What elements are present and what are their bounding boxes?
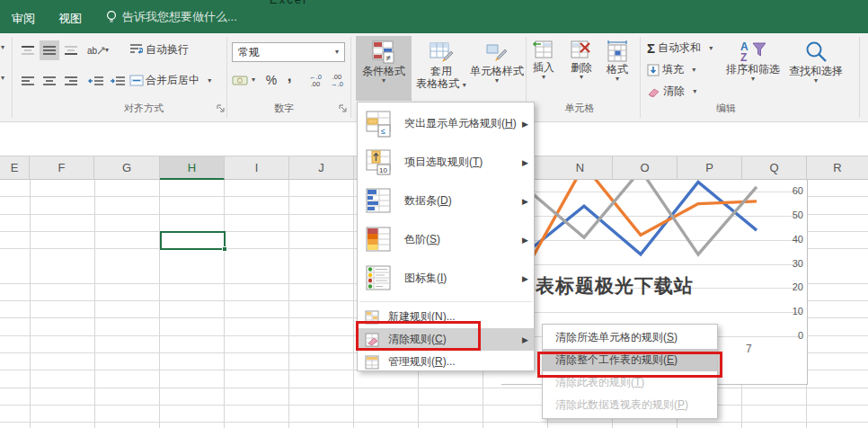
- percent-style-button[interactable]: %: [262, 71, 280, 89]
- align-middle-button[interactable]: [40, 40, 59, 60]
- menu-item-data-bars[interactable]: 数据条(D) ▶: [358, 182, 534, 220]
- column-header-R[interactable]: R: [807, 156, 868, 180]
- chart-y-tick: 20: [776, 281, 803, 292]
- group-label-editing: 编辑: [681, 102, 771, 116]
- svg-text:≤: ≤: [381, 127, 385, 136]
- group-label-cells: 单元格: [535, 102, 624, 116]
- cutoff-dropdown-caret[interactable]: ▾: [0, 42, 7, 53]
- column-header-O[interactable]: O: [613, 156, 678, 180]
- clear-button[interactable]: 清除 ▾: [647, 84, 696, 99]
- sort-filter-button[interactable]: AZ 排序和筛选 ▾: [724, 36, 782, 101]
- excel-window: Excel 审阅 视图 告诉我您想要做什么... ▾ ▾ ab▾ 自动换行 合并…: [0, 0, 868, 428]
- fill-button[interactable]: 填充 ▾: [647, 62, 695, 77]
- selected-cell[interactable]: [160, 231, 226, 250]
- accounting-format-button[interactable]: ▾: [232, 74, 255, 86]
- color-scales-icon: [365, 226, 394, 254]
- submenu-arrow-icon: ▶: [522, 274, 528, 283]
- menu-item-highlight-cells-rules[interactable]: ≤ 突出显示单元格规则(H) ▶: [358, 104, 534, 143]
- submenu-arrow-icon: ▶: [522, 120, 528, 129]
- chart-y-tick: 30: [776, 258, 803, 269]
- icon-sets-icon: [365, 264, 394, 293]
- group-separator: [350, 37, 351, 118]
- tab-review[interactable]: 审阅: [4, 7, 43, 31]
- merge-center-icon: [129, 75, 144, 86]
- chart-y-tick: 60: [776, 185, 803, 196]
- eraser-icon: [647, 86, 660, 97]
- format-cells-icon: [606, 40, 629, 63]
- sort-filter-icon: AZ: [739, 40, 767, 63]
- insert-cells-button[interactable]: 插入 ▾: [527, 36, 561, 101]
- menu-item-top-bottom-rules[interactable]: 10 项目选取规则(T) ▶: [358, 143, 534, 182]
- increase-decimal-button[interactable]: ←.0.00: [306, 71, 325, 91]
- cell-styles-icon: [484, 40, 509, 65]
- fill-icon: [647, 64, 660, 76]
- delete-cells-icon: [570, 40, 593, 61]
- submenu-arrow-icon: ▶: [522, 335, 528, 344]
- chart-y-tick: 40: [776, 234, 803, 245]
- lightbulb-icon: [105, 10, 118, 24]
- format-as-table-icon: [429, 40, 454, 65]
- number-dialog-launcher[interactable]: [338, 103, 349, 114]
- menu-item-icon-sets[interactable]: 图标集(I) ▶: [358, 259, 534, 298]
- align-top-button[interactable]: [18, 40, 38, 60]
- group-separator: [226, 37, 227, 118]
- menu-separator: [359, 301, 532, 302]
- column-header-J[interactable]: J: [289, 156, 354, 180]
- menu-item-color-scales[interactable]: 色阶(S) ▶: [358, 220, 534, 259]
- highlight-cells-rules-icon: ≤: [365, 110, 394, 138]
- merge-center-button[interactable]: 合并后居中 ▾: [146, 73, 211, 88]
- svg-text:≠: ≠: [386, 53, 392, 63]
- increase-indent-button[interactable]: [108, 71, 128, 91]
- align-center-button[interactable]: [40, 71, 59, 91]
- comma-style-button[interactable]: ,: [282, 67, 297, 85]
- submenu-arrow-icon: ▶: [522, 236, 528, 245]
- autosum-button[interactable]: Σ 自动求和 ▾: [647, 40, 713, 56]
- data-bars-icon: [365, 187, 394, 216]
- column-header-E[interactable]: E: [0, 156, 30, 180]
- tell-me-box[interactable]: 告诉我您想要做什么...: [122, 9, 237, 25]
- cutoff-dropdown-caret[interactable]: ▾: [0, 73, 7, 84]
- menu-item-manage-rules[interactable]: 管理规则(R)...: [358, 351, 534, 373]
- fill-handle[interactable]: [222, 246, 227, 252]
- submenu-arrow-icon: ▶: [522, 197, 528, 206]
- manage-rules-icon: [365, 355, 379, 370]
- conditional-formatting-icon: ≠: [371, 40, 396, 65]
- format-cells-button[interactable]: 格式 ▾: [600, 36, 634, 101]
- tab-view[interactable]: 视图: [50, 7, 90, 31]
- group-separator: [859, 37, 860, 118]
- find-select-button[interactable]: 查找和选择 ▾: [784, 36, 848, 101]
- decrease-indent-button[interactable]: [86, 71, 106, 91]
- title-bar: Excel 审阅 视图 告诉我您想要做什么...: [0, 0, 868, 33]
- orientation-button[interactable]: ab▾: [86, 40, 110, 60]
- format-as-table-button[interactable]: 套用 表格格式 ▾: [415, 36, 467, 101]
- number-format-combobox[interactable]: 常规 ▾: [232, 42, 345, 62]
- chart-title: 表标题极光下载站: [536, 273, 694, 299]
- series-blue: [530, 182, 757, 254]
- delete-cells-button[interactable]: 删除 ▾: [564, 36, 598, 101]
- column-header-G[interactable]: G: [94, 156, 160, 180]
- decrease-decimal-button[interactable]: .00→.0: [327, 71, 347, 91]
- chart-y-tick: 0: [776, 330, 803, 341]
- conditional-formatting-button[interactable]: ≠ 条件格式 ▾: [356, 36, 412, 101]
- column-header-I[interactable]: I: [225, 156, 289, 180]
- column-header-F[interactable]: F: [30, 156, 94, 180]
- cell-styles-button[interactable]: 单元格样式 ▾: [469, 36, 525, 101]
- annotation-box-clear-entire-sheet: [537, 352, 722, 378]
- column-header-N[interactable]: N: [548, 156, 613, 180]
- submenu-item-clear-this-pivottable: 清除此数据透视表的规则(P): [543, 394, 717, 416]
- column-header-Q[interactable]: Q: [742, 156, 807, 180]
- wrap-text-button[interactable]: 自动换行: [146, 42, 189, 58]
- sigma-icon: Σ: [647, 40, 655, 56]
- group-separator: [640, 37, 641, 118]
- column-header-P[interactable]: P: [678, 156, 742, 180]
- align-bottom-button[interactable]: [61, 40, 81, 60]
- submenu-item-clear-selected-cells[interactable]: 清除所选单元格的规则(S): [543, 326, 717, 349]
- align-right-button[interactable]: [61, 71, 81, 91]
- alignment-dialog-launcher[interactable]: [216, 103, 226, 114]
- align-left-button[interactable]: [18, 71, 38, 91]
- top-bottom-rules-icon: 10: [365, 148, 394, 177]
- chart-x-axis-label: 7: [746, 343, 752, 355]
- submenu-arrow-icon: ▶: [522, 158, 528, 167]
- column-header-H[interactable]: H: [160, 156, 225, 180]
- series-gray: [530, 180, 757, 254]
